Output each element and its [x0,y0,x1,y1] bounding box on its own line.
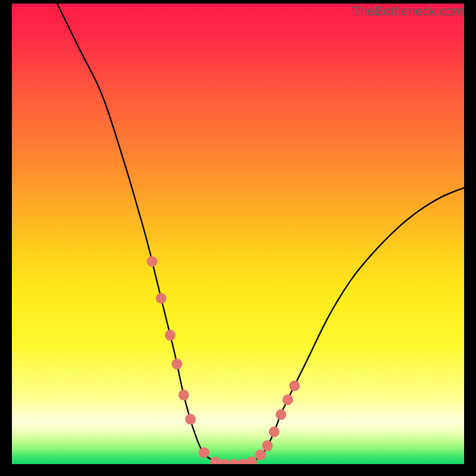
curve-marker [283,394,293,405]
curve-marker [255,450,266,461]
curve-marker [178,390,189,400]
curve-marker [262,440,273,451]
curve-marker [199,447,209,458]
curve-markers [147,256,300,464]
chart-curve-layer [12,4,464,464]
outer-frame: TheBottleneck.com [0,0,476,476]
curve-marker [165,330,176,340]
curve-marker [219,459,230,464]
bottleneck-curve [57,4,464,464]
curve-marker [228,459,239,464]
curve-marker [246,456,257,464]
curve-marker [289,380,300,391]
curve-marker [269,427,280,437]
curve-marker [275,409,286,420]
curve-marker [185,414,196,425]
curve-marker [210,456,221,464]
curve-marker [156,293,167,303]
watermark-text: TheBottleneck.com [352,4,464,19]
curve-marker [147,256,158,267]
plot-area [12,4,464,464]
curve-marker [171,359,182,369]
